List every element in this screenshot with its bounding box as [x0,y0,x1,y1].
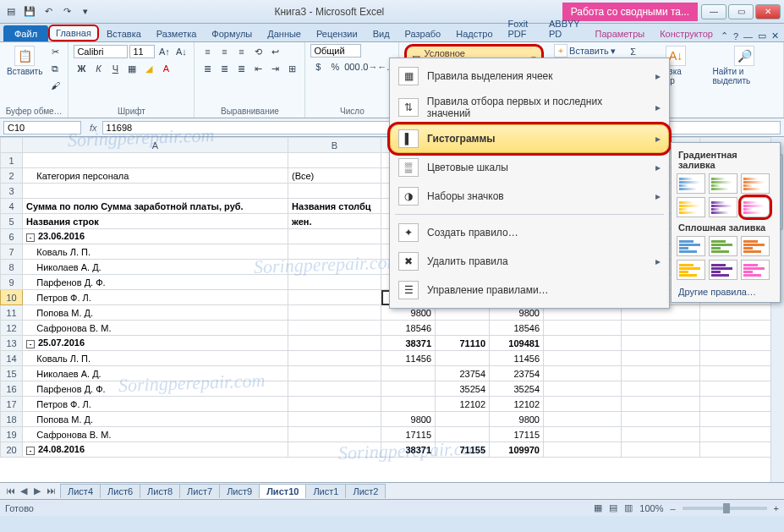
increase-indent-icon[interactable]: ⇥ [267,61,282,76]
qat-dropdown-icon[interactable]: ▾ [78,4,93,19]
cell[interactable] [23,153,288,168]
border-icon[interactable]: ▦ [124,61,140,76]
cell[interactable]: Попова М. Д. [23,412,288,427]
sheet-tab[interactable]: Лист6 [100,484,140,498]
row-header[interactable]: 12 [1,321,23,336]
row-header[interactable]: 5 [1,214,23,229]
cell[interactable]: 17115 [490,427,544,442]
row-header[interactable]: 7 [1,244,23,260]
cell[interactable]: Петров Ф. Л. [23,290,288,305]
tab-file[interactable]: Файл [3,25,48,41]
italic-icon[interactable]: К [90,61,106,76]
row-header[interactable]: 8 [1,260,23,275]
sheet-tab[interactable]: Лист8 [140,484,180,498]
cell[interactable] [436,351,490,366]
cell[interactable] [288,305,381,321]
name-box[interactable] [3,121,81,134]
cf-new-rule[interactable]: ✦ Создать правило… [390,218,669,247]
mdi-min-icon[interactable]: — [743,31,753,41]
cell[interactable]: 109481 [490,336,544,351]
data-bar-swatch[interactable] [741,260,770,280]
row-header[interactable]: 11 [1,305,23,321]
cell[interactable]: 11456 [490,351,544,366]
sheet-tab[interactable]: Лист9 [219,484,260,498]
cell[interactable] [436,427,490,442]
cell[interactable] [288,321,381,336]
find-select-button[interactable]: 🔎 Найти и выделить [710,44,778,87]
cell[interactable]: Попова М. Д. [23,305,288,321]
sheet-nav-prev-icon[interactable]: ◀ [17,485,30,496]
cell[interactable]: Коваль Л. П. [23,244,288,260]
cf-icon-sets[interactable]: ◑ Наборы значков ▸ [390,182,669,211]
tab-review[interactable]: Рецензии [309,25,365,41]
data-bar-swatch[interactable] [709,236,737,256]
maximize-button[interactable]: ▭ [728,4,754,19]
cell[interactable] [436,321,490,336]
font-size-combo[interactable] [129,45,155,58]
data-bar-swatch[interactable] [741,173,770,194]
underline-icon[interactable]: Ч [107,61,123,76]
cell[interactable]: (Все) [288,168,381,184]
cell[interactable]: 71155 [436,442,490,458]
number-format-combo[interactable] [310,44,361,58]
cell[interactable]: жен. [288,214,381,229]
data-bar-swatch[interactable] [677,236,705,256]
data-bar-swatch[interactable] [677,173,705,194]
view-pagebreak-icon[interactable]: ▥ [624,502,633,513]
sheet-tab[interactable]: Лист10 [259,484,306,498]
cell[interactable] [23,184,288,199]
format-painter-icon[interactable]: 🖌 [47,78,63,93]
currency-icon[interactable]: $ [310,59,326,74]
sheet-nav-last-icon[interactable]: ⏭ [44,485,58,496]
cell[interactable] [381,366,436,381]
cell[interactable] [288,366,381,381]
cf-color-scales[interactable]: ▒ Цветовые шкалы ▸ [390,153,669,182]
ribbon-minimize-icon[interactable]: ⌃ [721,30,728,41]
grow-font-icon[interactable]: A↑ [156,44,172,59]
cell[interactable]: Петров Ф. Л. [23,397,288,412]
align-right-icon[interactable]: ≣ [233,61,249,76]
cell[interactable] [288,442,381,458]
cf-data-bars[interactable]: ▌ Гистограммы ▸ [390,124,669,153]
row-header[interactable]: 1 [1,153,23,168]
cell[interactable] [381,381,436,397]
bold-icon[interactable]: Ж [74,61,89,76]
fill-color-icon[interactable]: ◢ [141,61,156,76]
zoom-in-icon[interactable]: + [774,503,779,513]
merge-icon[interactable]: ⊞ [284,61,299,76]
cell[interactable] [288,153,381,168]
column-header[interactable] [1,138,23,153]
cell[interactable]: 18546 [490,321,544,336]
cell[interactable] [436,412,490,427]
cell[interactable]: Парфенов Д. Ф. [23,381,288,397]
cell[interactable] [288,244,381,260]
data-bar-swatch[interactable] [741,197,770,217]
sheet-tab[interactable]: Лист2 [345,484,386,498]
minimize-button[interactable]: — [701,4,726,19]
cell[interactable]: 9800 [381,412,436,427]
cell[interactable]: Сафронова В. М. [23,427,288,442]
cell[interactable]: Николаев А. Д. [23,260,288,275]
sheet-tab[interactable]: Лист1 [305,484,346,498]
sheet-nav-first-icon[interactable]: ⏮ [3,485,17,496]
zoom-level[interactable]: 100% [639,503,663,513]
outline-collapse-icon[interactable]: - [26,447,35,455]
cell[interactable]: Коваль Л. П. [23,351,288,366]
cell[interactable] [288,427,381,442]
sheet-tab[interactable]: Лист4 [60,484,101,498]
cell[interactable]: -24.08.2016 [23,442,288,458]
cell[interactable] [288,290,381,305]
align-center-icon[interactable]: ≣ [217,61,232,76]
row-header[interactable]: 16 [1,381,23,397]
increase-decimal-icon[interactable]: .0→ [361,59,376,74]
cell[interactable] [288,184,381,199]
comma-icon[interactable]: 000 [344,59,359,74]
more-rules-link[interactable]: Другие правила… [677,283,775,297]
percent-icon[interactable]: % [327,59,343,74]
cell[interactable]: 35254 [490,381,544,397]
cell[interactable] [288,381,381,397]
view-normal-icon[interactable]: ▦ [594,502,602,513]
cell[interactable]: 9800 [490,412,544,427]
row-header[interactable]: 18 [1,412,23,427]
help-icon[interactable]: ? [733,31,738,41]
